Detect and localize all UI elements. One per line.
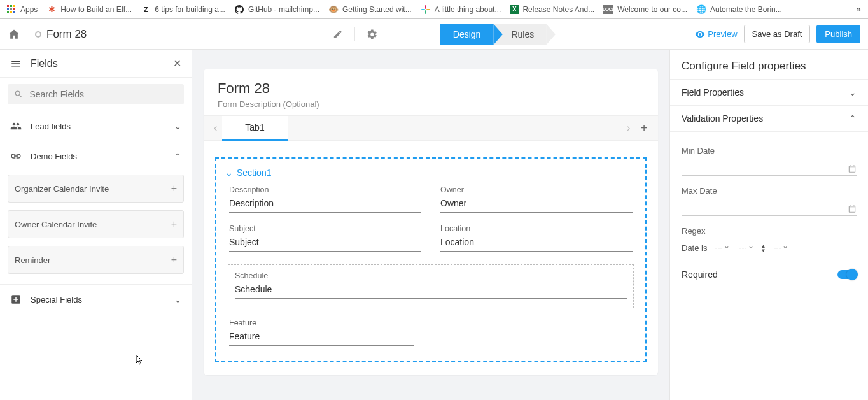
sidebar-title: Fields <box>31 58 173 69</box>
bookmark-item[interactable]: X Release Notes And... <box>510 5 594 14</box>
bookmark-item[interactable]: DOCS Welcome to our co... <box>603 5 687 14</box>
lead-fields-section[interactable]: Lead fields ⌄ <box>0 111 192 141</box>
plus-icon[interactable]: + <box>171 183 177 194</box>
svg-rect-7 <box>10 11 12 13</box>
regex-select-1[interactable]: --- <box>712 242 731 254</box>
excel-icon: X <box>510 5 519 14</box>
segment-design[interactable]: Design <box>440 24 494 45</box>
section-box[interactable]: ⌄ Section1 Description Description Owner… <box>215 157 647 362</box>
bookmark-item[interactable]: Z 6 tips for building a... <box>141 4 225 15</box>
section-title[interactable]: ⌄ Section1 <box>225 168 636 178</box>
preview-label: Preview <box>708 29 737 39</box>
chevron-left-icon[interactable]: ‹ <box>209 122 222 134</box>
preview-link[interactable]: Preview <box>695 29 737 39</box>
field-item[interactable]: Reminder + <box>8 246 184 274</box>
pencil-icon[interactable] <box>321 29 354 39</box>
number-stepper[interactable]: ▲▼ <box>760 244 766 253</box>
fields-sidebar: Fields ✕ Lead fields ⌄ Demo Fields ⌃ Org… <box>0 50 192 400</box>
gear-icon[interactable] <box>355 29 389 40</box>
svg-rect-10 <box>421 9 425 10</box>
bookmark-label: Getting Started wit... <box>342 5 412 14</box>
menu-icon[interactable] <box>10 58 22 69</box>
field-feature[interactable]: Feature Feature <box>229 318 414 346</box>
special-fields-section[interactable]: Special Fields ⌄ <box>0 285 192 314</box>
field-item-label: Organizer Calendar Invite <box>15 184 109 194</box>
field-item-label: Reminder <box>15 255 50 265</box>
field-schedule[interactable]: Schedule Schedule <box>228 264 634 308</box>
bookmarks-overflow[interactable]: » <box>857 5 862 14</box>
bookmark-label: Welcome to our co... <box>617 5 687 14</box>
svg-rect-5 <box>13 8 15 10</box>
tabs-row: ‹ Tab1 › + <box>204 115 658 141</box>
tab-1[interactable]: Tab1 <box>222 116 287 141</box>
close-icon[interactable]: ✕ <box>173 57 181 69</box>
regex-select-2[interactable]: --- <box>736 242 755 254</box>
svg-rect-8 <box>13 11 15 13</box>
regex-select-3[interactable]: --- <box>771 242 790 254</box>
svg-rect-3 <box>7 8 9 10</box>
canvas-form-description[interactable]: Form Description (Optional) <box>218 99 644 109</box>
bookmark-item[interactable]: A little thing about... <box>421 4 501 15</box>
chevron-down-icon: ⌄ <box>174 122 181 131</box>
bookmark-label: A little thing about... <box>435 5 501 14</box>
field-properties-toggle[interactable]: Field Properties ⌄ <box>670 79 868 105</box>
field-value: Subject <box>229 237 421 252</box>
search-box[interactable] <box>8 84 184 104</box>
bookmark-label: How to Build an Eff... <box>60 5 132 14</box>
field-value: Owner <box>440 198 633 213</box>
prop-label: Required <box>682 269 718 280</box>
bookmark-apps[interactable]: Apps <box>6 4 38 15</box>
svg-rect-1 <box>10 5 12 7</box>
search-input[interactable] <box>29 89 178 99</box>
bookmark-item[interactable]: 🌐 Automate the Borin... <box>696 4 782 15</box>
cursor-icon <box>135 354 144 366</box>
link-icon <box>10 150 22 162</box>
section-label: Demo Fields <box>31 152 77 161</box>
bookmark-item[interactable]: 🐵 Getting Started wit... <box>328 4 412 15</box>
people-icon <box>10 120 22 132</box>
field-value: Description <box>229 198 421 213</box>
bookmark-item[interactable]: ✱ How to Build an Eff... <box>46 4 132 15</box>
svg-rect-4 <box>10 8 12 10</box>
chevron-down-icon: ⌄ <box>225 168 233 178</box>
properties-panel: Configure Field properties Field Propert… <box>669 50 868 400</box>
status-dot-icon <box>35 31 41 38</box>
field-label: Schedule <box>235 271 627 280</box>
validation-properties-toggle[interactable]: Validation Properties ⌃ <box>670 105 868 131</box>
field-subject[interactable]: Subject Subject <box>229 224 421 252</box>
required-toggle[interactable] <box>837 270 857 279</box>
prop-label: Max Date <box>682 186 857 196</box>
prop-label: Min Date <box>682 146 857 155</box>
canvas-form-title[interactable]: Form 28 <box>218 80 644 97</box>
max-date-input[interactable] <box>682 202 857 216</box>
field-label: Subject <box>229 224 421 233</box>
docs-icon: DOCS <box>603 5 613 14</box>
field-value: Schedule <box>235 284 627 299</box>
form-title: Form 28 <box>46 28 87 41</box>
add-tab-icon[interactable]: + <box>635 121 653 136</box>
field-location[interactable]: Location Location <box>440 224 633 252</box>
field-owner[interactable]: Owner Owner <box>440 185 633 213</box>
bookmark-label: Release Notes And... <box>522 5 594 14</box>
field-item[interactable]: Organizer Calendar Invite + <box>8 175 184 203</box>
bookmark-label: 6 tips for building a... <box>155 5 225 14</box>
bookmark-item[interactable]: GitHub - mailchimp... <box>234 4 319 15</box>
save-draft-button[interactable]: Save as Draft <box>744 25 811 43</box>
eye-icon <box>695 29 705 39</box>
required-row: Required <box>682 269 857 280</box>
publish-button[interactable]: Publish <box>816 25 860 43</box>
plus-icon[interactable]: + <box>171 254 177 266</box>
app-header: Form 28 Design Rules Preview Save as Dra… <box>0 19 868 50</box>
home-icon[interactable] <box>8 28 20 41</box>
field-value: Feature <box>229 331 414 346</box>
form-card: Form 28 Form Description (Optional) ‹ Ta… <box>204 69 658 375</box>
field-description[interactable]: Description Description <box>229 185 421 213</box>
demo-fields-section[interactable]: Demo Fields ⌃ <box>0 141 192 171</box>
max-date-field: Max Date <box>682 186 857 216</box>
min-date-input[interactable] <box>682 162 857 176</box>
field-item[interactable]: Owner Calendar Invite + <box>8 210 184 238</box>
chevron-right-icon[interactable]: › <box>622 122 635 134</box>
field-item-label: Owner Calendar Invite <box>15 220 97 229</box>
github-icon <box>234 4 244 15</box>
plus-icon[interactable]: + <box>171 218 177 230</box>
